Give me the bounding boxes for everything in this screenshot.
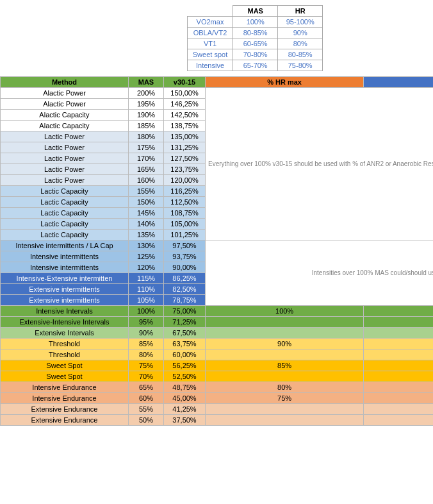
method-cell: Alactic Power xyxy=(1,99,129,110)
table-row: Intensive Intervals100%75,00%100%VO2max0… xyxy=(1,306,434,317)
table-row: Threshold85%63,75%90%VT2/LT4 xyxy=(1,339,434,349)
obla-label: OBLA/VT2 xyxy=(187,28,233,38)
v30-col-header: v30-15 xyxy=(164,77,206,88)
v30-cell: 37,50% xyxy=(164,415,206,426)
method-cell: Lactic Capacity xyxy=(1,230,129,240)
intensive-hr: 75-80% xyxy=(278,60,323,71)
method-cell: Lactic Capacity xyxy=(1,219,129,230)
mas-cell: 120% xyxy=(129,262,164,273)
physio-cell xyxy=(364,317,433,328)
physio-cell: VT2/LT4 xyxy=(364,349,433,360)
method-cell: Lactic Power xyxy=(1,164,129,175)
table-row: Threshold80%60,00%VT2/LT4 xyxy=(1,349,434,360)
physio-cell xyxy=(364,415,433,426)
physio-cell: VT1/LT2 xyxy=(364,393,433,404)
physio-cell: VT1/LT2 xyxy=(364,382,433,393)
v30-cell: 82,50% xyxy=(164,284,206,295)
vt1-label: VT1 xyxy=(187,38,233,49)
method-cell: Extensive Endurance xyxy=(1,415,129,426)
mas-cell: 65% xyxy=(129,382,164,393)
v30-cell: 86,25% xyxy=(164,273,206,284)
sweetspot-label: Sweet spot xyxy=(187,49,233,60)
v30-cell: 135,00% xyxy=(164,131,206,142)
mas-cell: 130% xyxy=(129,240,164,251)
hrmax-cell xyxy=(206,328,364,339)
mas-cell: 95% xyxy=(129,317,164,328)
mas-cell: 160% xyxy=(129,175,164,186)
mas-header: MAS xyxy=(233,6,278,17)
physio-col-header: Physiologica xyxy=(364,77,433,88)
table-row: Intensive intermittents / LA Cap130%97,5… xyxy=(1,240,434,251)
mas-cell: 85% xyxy=(129,339,164,349)
method-cell: Lactic Power xyxy=(1,153,129,164)
v30-cell: 138,75% xyxy=(164,121,206,131)
mas-col-header: MAS xyxy=(129,77,164,88)
v30-cell: 71,25% xyxy=(164,317,206,328)
method-cell: Intensive Intervals xyxy=(1,306,129,317)
sweetspot-hr: 80-85% xyxy=(278,49,323,60)
physio-cell xyxy=(364,360,433,371)
mas-cell: 110% xyxy=(129,284,164,295)
v30-cell: 131,25% xyxy=(164,142,206,153)
mas-cell: 145% xyxy=(129,208,164,219)
vo2max-mas: 100% xyxy=(233,17,278,28)
hrmax-col-header: % HR max xyxy=(206,77,364,88)
v30-cell: 101,25% xyxy=(164,230,206,240)
mas-cell: 190% xyxy=(129,110,164,121)
top-section: MAS HR VO2max 100% 95-100% OBLA/VT2 80-8… xyxy=(0,0,433,76)
method-cell: Extensive intermittents xyxy=(1,295,129,306)
method-cell: Intensive-Extensive intermitten xyxy=(1,273,129,284)
mas-cell: 125% xyxy=(129,251,164,262)
mas-cell: 200% xyxy=(129,88,164,99)
obla-mas: 80-85% xyxy=(233,28,278,38)
mas-cell: 195% xyxy=(129,99,164,110)
method-cell: Lactic Power xyxy=(1,175,129,186)
hrmax-cell xyxy=(206,317,364,328)
v30-cell: 116,25% xyxy=(164,186,206,197)
v30-cell: 93,75% xyxy=(164,251,206,262)
method-cell: Threshold xyxy=(1,339,129,349)
method-cell: Alactic Power xyxy=(1,88,129,99)
v30-cell: 63,75% xyxy=(164,339,206,349)
method-cell: Lactic Capacity xyxy=(1,208,129,219)
v30-cell: 75,00% xyxy=(164,306,206,317)
hrmax-cell: 75% xyxy=(206,393,364,404)
hrmax-cell xyxy=(206,404,364,415)
method-cell: Lactic Power xyxy=(1,131,129,142)
mas-cell: 150% xyxy=(129,197,164,208)
table-row: Sweet Spot70%52,50% xyxy=(1,371,434,382)
mas-cell: 60% xyxy=(129,393,164,404)
physio-cell xyxy=(364,404,433,415)
method-cell: Sweet Spot xyxy=(1,360,129,371)
method-cell: Sweet Spot xyxy=(1,371,129,382)
reference-table: MAS HR VO2max 100% 95-100% OBLA/VT2 80-8… xyxy=(187,5,323,71)
mas-cell: 70% xyxy=(129,371,164,382)
method-cell: Intensive intermittents / LA Cap xyxy=(1,240,129,251)
table-row: Extensive Endurance55%41,25% xyxy=(1,404,434,415)
mas-cell: 90% xyxy=(129,328,164,339)
v30-cell: 105,00% xyxy=(164,219,206,230)
mas-cell: 155% xyxy=(129,186,164,197)
hrmax-cell: 90% xyxy=(206,339,364,349)
mas-cell: 55% xyxy=(129,404,164,415)
method-cell: Intensive Endurance xyxy=(1,382,129,393)
table-row: Sweet Spot75%56,25%85% xyxy=(1,360,434,371)
table-row: Extensive Endurance50%37,50% xyxy=(1,415,434,426)
physio-cell: VO2max xyxy=(364,306,433,317)
v30-cell: 67,50% xyxy=(164,328,206,339)
training-zones-table: Method MAS v30-15 % HR max Physiologica … xyxy=(0,76,433,426)
main-section: Method MAS v30-15 % HR max Physiologica … xyxy=(0,76,433,426)
v30-cell: 112,50% xyxy=(164,197,206,208)
mas-cell: 50% xyxy=(129,415,164,426)
table-row: Extensive-Intensive Intervals95%71,25% xyxy=(1,317,434,328)
mas-cell: 105% xyxy=(129,295,164,306)
intensive-mas: 65-70% xyxy=(233,60,278,71)
method-cell: Lactic Capacity xyxy=(1,186,129,197)
v30-cell: 127,50% xyxy=(164,153,206,164)
mas-cell: 175% xyxy=(129,142,164,153)
hrmax-cell xyxy=(206,415,364,426)
method-cell: Extensive intermittents xyxy=(1,284,129,295)
v30-cell: 120,00% xyxy=(164,175,206,186)
note2-cell: Intensities over 100% MAS could/should u… xyxy=(206,240,434,306)
mas-cell: 75% xyxy=(129,360,164,371)
